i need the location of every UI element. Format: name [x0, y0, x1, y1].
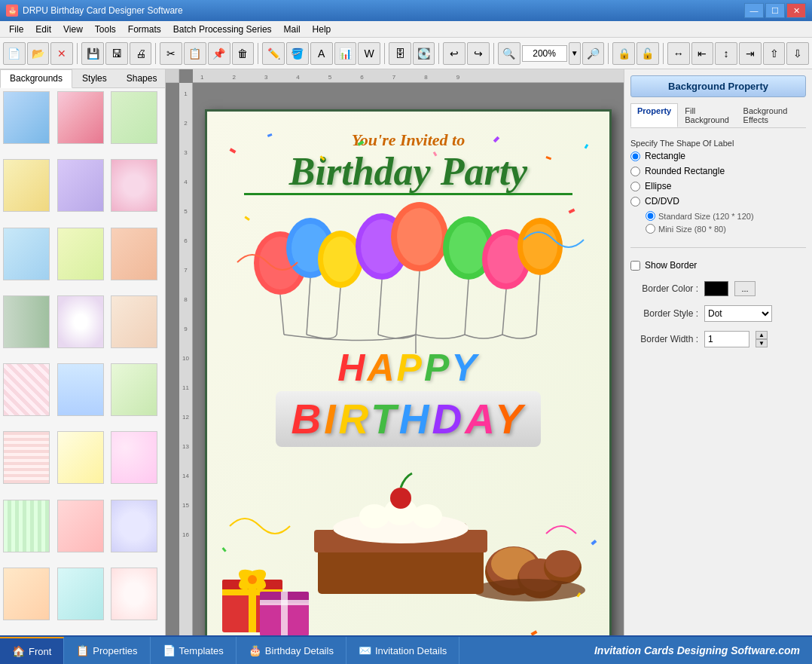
copy-button[interactable]: 📋 [184, 42, 206, 65]
bg-thumb-14[interactable] [57, 363, 104, 416]
svg-point-32 [449, 222, 488, 274]
bg-thumb-6[interactable] [111, 159, 157, 212]
bottom-tab-invitation[interactable]: ✉️ Invitation Details [346, 637, 459, 664]
shape-ellipse-row: Ellipse [630, 181, 806, 191]
bg-thumb-5[interactable] [57, 159, 104, 212]
pen-button[interactable]: ✏️ [262, 42, 285, 65]
bg-thumb-18[interactable] [111, 431, 157, 484]
align-left[interactable]: ⇤ [691, 42, 714, 65]
unlock-button[interactable]: 🔓 [636, 42, 659, 65]
close-button[interactable]: ✕ [786, 3, 806, 18]
delete-button[interactable]: 🗑 [232, 42, 255, 65]
menu-help[interactable]: Help [307, 23, 337, 36]
bg-thumb-8[interactable] [57, 228, 104, 280]
bottom-tab-properties[interactable]: 📋 Properties [64, 637, 150, 664]
db2-button[interactable]: 💽 [413, 42, 435, 65]
print-button[interactable]: 🖨 [130, 42, 152, 65]
cd-mini-radio[interactable] [646, 224, 655, 234]
flip-h-button[interactable]: ↔ [667, 42, 690, 65]
bg-thumb-21[interactable] [111, 500, 157, 552]
cd-mini-label: Mini Size (80 * 80) [658, 225, 726, 234]
templates-icon: 📄 [163, 644, 176, 656]
shape-rectangle-radio[interactable] [630, 151, 640, 161]
bg-thumb-23[interactable] [57, 568, 104, 620]
prop-tab-effects[interactable]: Background Effects [737, 103, 806, 127]
bg-thumb-24[interactable] [111, 568, 157, 620]
align-down[interactable]: ⇩ [786, 42, 809, 65]
tab-shapes[interactable]: Shapes [117, 69, 167, 87]
shape-ellipse-radio[interactable] [630, 182, 640, 191]
bg-thumb-11[interactable] [57, 295, 104, 348]
flip-v-button[interactable]: ↕ [715, 42, 737, 65]
bottom-tab-templates[interactable]: 📄 Templates [151, 637, 237, 664]
menu-tools[interactable]: Tools [89, 23, 122, 36]
new-button[interactable]: 📄 [3, 42, 26, 65]
align-up[interactable]: ⇧ [763, 42, 786, 65]
word-art-button[interactable]: W [358, 42, 380, 65]
border-color-dots-button[interactable]: ... [734, 281, 756, 296]
db-button[interactable]: 🗄 [389, 42, 411, 65]
separator-3 [258, 43, 258, 64]
tab-backgrounds[interactable]: Backgrounds [0, 69, 72, 88]
svg-line-30 [416, 271, 420, 335]
bg-thumb-10[interactable] [3, 295, 50, 348]
border-width-input[interactable] [704, 331, 749, 347]
border-width-down[interactable]: ▼ [756, 339, 768, 347]
bg-thumb-20[interactable] [57, 500, 104, 552]
bg-thumb-13[interactable] [3, 363, 50, 416]
undo-button[interactable]: ↩ [443, 42, 466, 65]
shape-rectangle-label: Rectangle [645, 151, 685, 161]
maximize-button[interactable]: ☐ [765, 3, 785, 18]
menu-edit[interactable]: Edit [29, 23, 57, 36]
save-button[interactable]: 💾 [81, 42, 104, 65]
bg-thumb-3[interactable] [111, 91, 157, 144]
zoom-input[interactable] [522, 45, 567, 62]
menu-mail[interactable]: Mail [278, 23, 307, 36]
prop-tab-property[interactable]: Property [630, 103, 678, 127]
shape-rounded-rect-radio[interactable] [630, 167, 640, 176]
bottom-tab-birthday[interactable]: 🎂 Birthday Details [237, 637, 346, 664]
minimize-button[interactable]: — [744, 3, 764, 18]
bg-thumb-16[interactable] [3, 431, 50, 484]
bg-thumb-19[interactable] [3, 500, 50, 552]
border-width-up[interactable]: ▲ [756, 331, 768, 339]
bg-thumb-22[interactable] [3, 568, 50, 620]
border-style-select[interactable]: Dot Dash Solid Double [704, 305, 772, 322]
text-button[interactable]: A [310, 42, 333, 65]
redo-button[interactable]: ↪ [467, 42, 490, 65]
fill-button[interactable]: 🪣 [286, 42, 309, 65]
bg-thumb-15[interactable] [111, 363, 157, 416]
barcode-button[interactable]: 📊 [334, 42, 357, 65]
bottom-tab-front[interactable]: 🏠 Front [0, 637, 64, 664]
zoom-out-button[interactable]: 🔎 [582, 42, 605, 65]
lock-button[interactable]: 🔒 [612, 42, 635, 65]
toolbar: 📄 📂 ✕ 💾 🖫 🖨 ✂ 📋 📌 🗑 ✏️ 🪣 A 📊 W 🗄 💽 ↩ ↪ 🔍… [0, 38, 812, 69]
prop-tab-fill[interactable]: Fill Background [678, 103, 736, 127]
align-right[interactable]: ⇥ [739, 42, 762, 65]
menu-formats[interactable]: Formats [122, 23, 167, 36]
border-color-swatch[interactable] [704, 281, 728, 296]
bg-thumb-2[interactable] [57, 91, 104, 144]
zoom-dropdown[interactable]: ▼ [569, 42, 581, 65]
open-button[interactable]: 📂 [27, 42, 50, 65]
svg-point-47 [472, 579, 585, 601]
bg-thumb-12[interactable] [111, 295, 157, 348]
menu-batch[interactable]: Batch Processing Series [167, 23, 278, 36]
card-canvas[interactable]: You're Invited to Birthday Party [205, 109, 612, 635]
bg-thumb-4[interactable] [3, 159, 50, 212]
show-border-checkbox[interactable] [630, 261, 640, 271]
bg-thumb-17[interactable] [57, 431, 104, 484]
paste-button[interactable]: 📌 [208, 42, 230, 65]
shape-cddvd-radio[interactable] [630, 197, 640, 207]
cd-standard-radio[interactable] [646, 211, 655, 221]
tab-styles[interactable]: Styles [72, 69, 117, 87]
save-as-button[interactable]: 🖫 [105, 42, 128, 65]
bg-thumb-7[interactable] [3, 228, 50, 280]
zoom-in-button[interactable]: 🔍 [498, 42, 520, 65]
cut-button[interactable]: ✂ [160, 42, 182, 65]
menu-view[interactable]: View [57, 23, 89, 36]
menu-file[interactable]: File [3, 23, 29, 36]
bg-thumb-9[interactable] [111, 228, 157, 280]
bg-thumb-1[interactable] [3, 91, 50, 144]
close-file-button[interactable]: ✕ [50, 42, 73, 65]
